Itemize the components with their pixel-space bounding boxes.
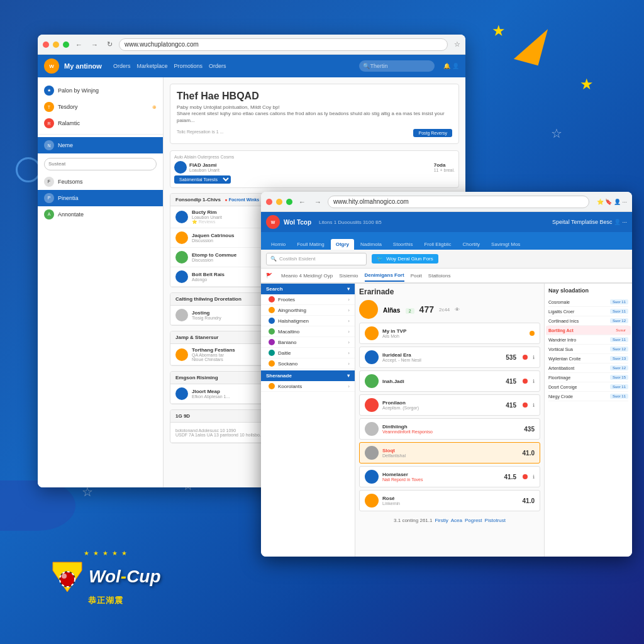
label-sockano: Sockano [278,361,297,367]
tab-stoorthis[interactable]: Stoorthis [388,239,418,250]
front-toolbar: 🔍 Costlish Esident 🐦 Woy Deral Giun Fors [261,250,632,269]
panel-item-macaltino[interactable]: Macaltino › [261,326,355,337]
right-item-wandrier: Wandrier Intro Suor 11 [548,335,628,345]
panel-item-halshatigmen[interactable]: Halshatigmen › [261,316,355,326]
sub-tab-stattoions[interactable]: Stattoions [428,270,451,281]
sidebar-search-input[interactable] [44,158,157,170]
panel-item-baniano[interactable]: Baniano › [261,337,355,348]
fwd-btn-front[interactable]: → [312,197,324,207]
right-label-floortinage: Floortinage [548,375,570,380]
sub-tab-meanio[interactable]: Meanio 4 Meiding! Oyp [281,270,333,281]
wave-decoration [0,480,75,531]
panel-item-alngnorthing[interactable]: Alngnorthing › [261,305,355,316]
disc-avatar-2 [175,251,188,264]
star-1-icon: ★ [492,22,506,40]
list-item-sloqt: Sloqt Detfantishal 41.0 [359,442,540,464]
browser-min-front[interactable] [276,199,282,205]
browser-close-front[interactable] [266,199,272,205]
sidebar-item-palon[interactable]: ★ Palon by Winjng [38,82,163,99]
logo-name: Wol-Cup [89,567,161,587]
list-item-pronilaon: Pronilaon Aceplism. (Sorgor) 415 ℹ [359,394,540,416]
right-label-ligalits: Ligalits Croer [548,309,574,314]
bookmark-icon-back[interactable]: ☆ [454,40,460,48]
sidebar-label-ralamtic: Ralamtic [58,120,80,126]
list-name-tvp: My in TVP [382,328,526,334]
indicator-homelaser [523,474,528,479]
sub-tab-denimigans[interactable]: Denimigans Fort [365,270,404,282]
panel-section-sheranade: Sheranade ▾ Koorolants › [261,370,355,392]
list-name-dinthiingh: Dinthiingh [382,424,520,430]
label-macaltino: Macaltino [278,329,299,335]
pagination-pogrest[interactable]: Pogrest [465,518,482,523]
list-sub-sloqt: Detfantishal [382,453,519,458]
stat-sub-1: 11 + breal. [434,168,455,172]
sidebar-item-annontate[interactable]: A Annontate [38,206,163,223]
back-nav-link-2[interactable]: Promotions [174,63,203,69]
logo-row: Wol-Cup [50,559,161,594]
url-text-back: www.wuchuplatongco.com [125,41,199,48]
sidebar-item-feutsoms[interactable]: F Feutsoms [38,174,163,190]
dot-sockano [269,360,275,367]
back-nav-link-1[interactable]: Marketplace [136,63,167,69]
pagination-pistotrust[interactable]: Pistotrust [485,518,506,523]
tab-savimgt[interactable]: Savimgt Mos [486,239,525,250]
discussion-link[interactable]: Focront Winks [229,197,260,202]
middle-view-icon: 👁 [455,307,460,313]
browser-close-back[interactable] [43,42,49,48]
panel-item-sockano[interactable]: Sockano › [261,358,355,369]
tab-froll[interactable]: Froll Eligblic [419,239,456,250]
right-item-niegy: Niegy Crode Suor 11 [548,392,628,401]
sidebar-item-tesdory[interactable]: T Tesdory ⊕ [38,99,163,115]
sidebar-label-palon: Palon by Winjng [58,87,99,94]
panel-item-daltle[interactable]: Daltle › [261,348,355,358]
label-baniano: Baniano [278,340,296,345]
panel-item-frootes[interactable]: Frootes › [261,294,355,305]
browser-bar-back: ← → ↻ www.wuchuplatongco.com ☆ [38,35,465,55]
tab-homio[interactable]: Homio [266,239,291,250]
panel-item-koorolants[interactable]: Koorolants › [261,381,355,392]
logo-shield-svg [50,559,85,594]
list-score-ilurideal: 535 [506,354,516,361]
front-tabs: Homio Foull Mating Otgry Nadimola Stoort… [261,232,632,250]
back-nav-search[interactable]: 🔍 Thertin [359,60,435,72]
fwd-btn-back[interactable]: → [89,40,101,50]
tab-foull[interactable]: Foull Mating [292,239,330,250]
sidebar-item-ralamtic[interactable]: R Ralamtic [38,115,163,131]
list-avatar-rose [365,494,379,508]
url-bar-front[interactable]: www.hity.olmahnogico.com [328,196,589,208]
tab-otgry[interactable]: Otgry [331,239,354,250]
list-score-rose: 41.0 [523,497,535,504]
back-nav-link-0[interactable]: Orders [113,63,131,69]
list-sub-dinthiingh: Veannndinforit Responiso [382,430,520,434]
front-search-box[interactable]: 🔍 Costlish Esident [266,253,367,265]
browser-max-front[interactable] [286,199,292,205]
list-info-pronilaon: Pronilaon Aceplism. (Sorgor) [382,400,502,410]
back-btn-front[interactable]: ← [296,197,308,207]
back-page-btn[interactable]: Postg Reversy [413,129,452,137]
browser-max-back[interactable] [63,42,69,48]
chevron-daltle: › [348,350,350,356]
back-nav-link-3[interactable]: Orders [209,63,226,69]
tab-chortity[interactable]: Chortity [458,239,486,250]
pagination-first[interactable]: Firstly [435,518,448,523]
front-nav: W Wol Tcop Litons 1 Duoouslits 3100 B5 S… [261,212,632,232]
sub-tab-pooit[interactable]: Pooit [411,270,422,281]
tab-nadimola[interactable]: Nadimola [355,239,387,250]
sidebar-item-neme[interactable]: N Neme [38,137,163,153]
back-page-subtitle: Paby moby Untojilat polntuation, Mildt C… [177,104,452,111]
url-bar-back[interactable]: www.wuchuplatongco.com [119,38,448,51]
sidebar-item-pinentia[interactable]: P Pinentia [38,190,163,206]
chevron-halshatigmen: › [348,318,350,324]
right-label-vortiical: Vortiical Sua [548,347,573,352]
front-toolbar-btn[interactable]: 🐦 Woy Deral Giun Fors [372,254,438,264]
sidebar-label-feutsoms: Feutsoms [58,179,83,185]
pagination-acea[interactable]: Acea [451,518,462,523]
right-badge-cortlinaed: Suor 12 [610,318,628,323]
dot-halshatigmen [269,318,275,324]
browser-min-back[interactable] [53,42,59,48]
twitter-icon: 🐦 [377,256,383,262]
back-btn-back[interactable]: ← [73,40,85,50]
reload-btn-back[interactable]: ↻ [104,39,115,50]
sub-tab-sisiemio[interactable]: Sisiemio [339,270,358,281]
stat-select-1[interactable]: Sabimential Torests [174,175,231,184]
